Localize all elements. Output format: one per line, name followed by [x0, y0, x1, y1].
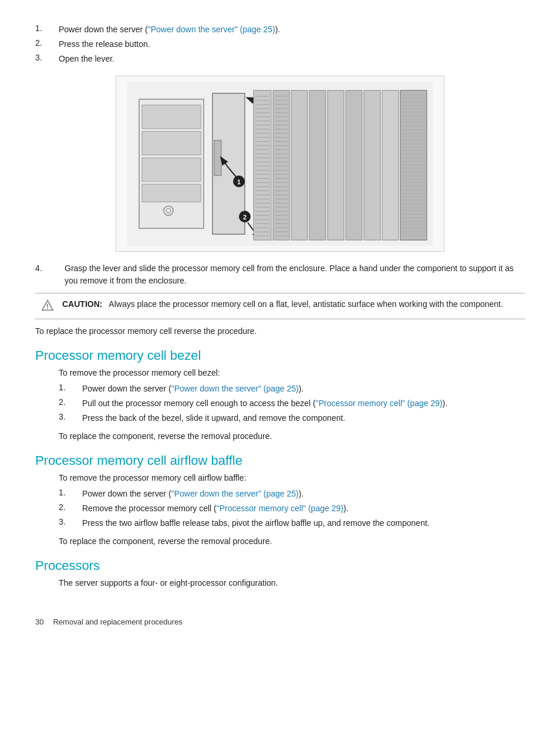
airflow-step-2-link[interactable]: "Processor memory cell" (page 29): [217, 504, 343, 513]
bezel-step-1-text: Power down the server ("Power down the s…: [82, 383, 303, 395]
step-3: 3. Open the lever.: [35, 53, 525, 65]
svg-rect-93: [364, 90, 380, 240]
airflow-step-1-num: 1.: [59, 488, 82, 500]
bezel-step-1-link[interactable]: "Power down the server" (page 25): [171, 384, 299, 393]
airflow-step-1: 1. Power down the server ("Power down th…: [59, 488, 525, 500]
bezel-step-2-text: Pull out the processor memory cell enoug…: [82, 397, 447, 410]
svg-rect-89: [291, 90, 308, 240]
processors-section-heading: Processors: [35, 558, 525, 573]
svg-rect-90: [309, 90, 326, 240]
footer-text: Removal and replacement procedures: [53, 617, 182, 626]
bezel-reverse-para: To replace the component, reverse the re…: [59, 430, 525, 443]
airflow-step-2: 2. Remove the processor memory cell ("Pr…: [59, 502, 525, 515]
svg-rect-92: [346, 90, 362, 240]
airflow-step-3-num: 3.: [59, 517, 82, 529]
airflow-intro: To remove the processor memory cell airf…: [59, 472, 525, 484]
step-4-container: 4. Grasp the lever and slide the process…: [35, 262, 525, 287]
svg-rect-3: [142, 131, 201, 155]
bezel-step-1: 1. Power down the server ("Power down th…: [59, 383, 525, 395]
step-1: 1. Power down the server ("Power down th…: [35, 23, 525, 36]
bezel-step-2: 2. Pull out the processor memory cell en…: [59, 397, 525, 410]
caution-icon: !: [41, 299, 55, 314]
svg-rect-94: [382, 90, 399, 240]
bezel-step-1-num: 1.: [59, 383, 82, 395]
step-3-text: Open the lever.: [59, 53, 114, 65]
reverse-initial-para: To replace the processor memory cell rev…: [35, 325, 525, 337]
page-number: 30: [35, 617, 43, 626]
caution-text: CAUTION: Always place the processor memo…: [62, 298, 503, 310]
step-1-link[interactable]: "Power down the server" (page 25): [148, 25, 275, 34]
airflow-step-2-text: Remove the processor memory cell ("Proce…: [82, 502, 348, 515]
processors-body: The server supports a four- or eight-pro…: [59, 577, 525, 589]
initial-steps-list: 1. Power down the server ("Power down th…: [35, 23, 525, 65]
svg-rect-9: [214, 140, 221, 175]
footer-bar: 30 Removal and replacement procedures: [35, 613, 525, 626]
caution-label: CAUTION:: [62, 299, 102, 309]
bezel-intro: To remove the processor memory cell beze…: [59, 367, 525, 379]
svg-rect-5: [142, 184, 201, 202]
airflow-step-2-num: 2.: [59, 502, 82, 515]
bezel-step-3-num: 3.: [59, 412, 82, 424]
bezel-step-2-link[interactable]: "Processor memory cell" (page 29): [316, 399, 443, 408]
step-1-num: 1.: [35, 23, 59, 36]
step-4-num: 4.: [35, 262, 59, 287]
diagram-svg: 1 2 3: [127, 82, 433, 246]
server-diagram: 1 2 3: [116, 76, 444, 252]
step-3-num: 3.: [35, 53, 59, 65]
airflow-step-3-text: Press the two airflow baffle release tab…: [82, 517, 430, 529]
airflow-step-1-link[interactable]: "Power down the server" (page 25): [171, 489, 299, 498]
svg-rect-91: [328, 90, 344, 240]
bezel-section-heading: Processor memory cell bezel: [35, 348, 525, 363]
svg-text:!: !: [46, 303, 48, 310]
airflow-reverse-para: To replace the component, reverse the re…: [59, 535, 525, 548]
step-4-text: Grasp the lever and slide the processor …: [65, 262, 525, 287]
step-2-text: Press the release button.: [59, 38, 150, 50]
airflow-step-1-text: Power down the server ("Power down the s…: [82, 488, 303, 500]
airflow-steps-list: 1. Power down the server ("Power down th…: [59, 488, 525, 529]
svg-text:2: 2: [243, 214, 247, 221]
svg-text:1: 1: [237, 178, 241, 185]
step-2-num: 2.: [35, 38, 59, 50]
caution-box: ! CAUTION: Always place the processor me…: [35, 293, 525, 319]
caution-body: Always place the processor memory cell o…: [109, 299, 503, 309]
step-1-text: Power down the server ("Power down the s…: [59, 23, 280, 36]
airflow-section-heading: Processor memory cell airflow baffle: [35, 453, 525, 468]
svg-rect-2: [142, 105, 201, 129]
bezel-steps-list: 1. Power down the server ("Power down th…: [59, 383, 525, 424]
bezel-step-2-num: 2.: [59, 397, 82, 410]
airflow-step-3: 3. Press the two airflow baffle release …: [59, 517, 525, 529]
bezel-step-3: 3. Press the back of the bezel, slide it…: [59, 412, 525, 424]
step-2: 2. Press the release button.: [35, 38, 525, 50]
svg-rect-4: [142, 158, 201, 181]
bezel-step-3-text: Press the back of the bezel, slide it up…: [82, 412, 345, 424]
